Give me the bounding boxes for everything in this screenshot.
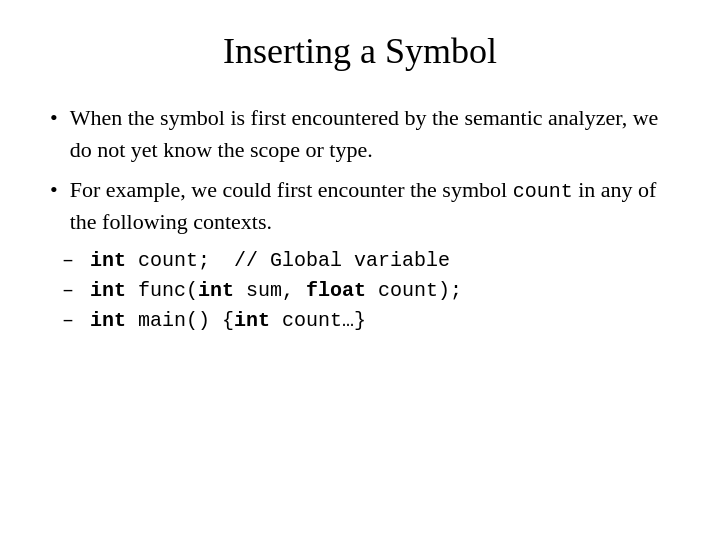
code-rest-1: count; // Global variable [126,246,450,276]
keyword-int-3: int [90,306,126,336]
bullet-text-1: When the symbol is first encountered by … [70,102,670,166]
keyword-float: float [306,279,366,302]
inline-code-count: count [513,180,573,203]
keyword-int-inner: int [198,279,234,302]
bullet-icon: • [50,102,58,134]
dash-2: – [50,276,86,306]
bullet-list: • When the symbol is first encountered b… [50,102,670,238]
list-item: • When the symbol is first encountered b… [50,102,670,166]
keyword-int-2: int [90,276,126,306]
code-rest-3: main() {int count…} [126,306,366,336]
bullet-icon: • [50,174,58,206]
list-item: • For example, we could first encounter … [50,174,670,238]
content-area: • When the symbol is first encountered b… [50,102,670,336]
code-block: – int count; // Global variable – int fu… [50,246,670,336]
bullet-text-2: For example, we could first encounter th… [70,174,670,238]
dash-3: – [50,306,86,336]
keyword-int-main-inner: int [234,309,270,332]
page-title: Inserting a Symbol [223,30,497,72]
code-line-1: – int count; // Global variable [50,246,670,276]
code-line-3: – int main() {int count…} [50,306,670,336]
keyword-int-1: int [90,246,126,276]
bullet-text-2-before: For example, we could first encounter th… [70,177,513,202]
code-line-2: – int func(int sum, float count); [50,276,670,306]
dash-1: – [50,246,86,276]
code-rest-2: func(int sum, float count); [126,276,462,306]
